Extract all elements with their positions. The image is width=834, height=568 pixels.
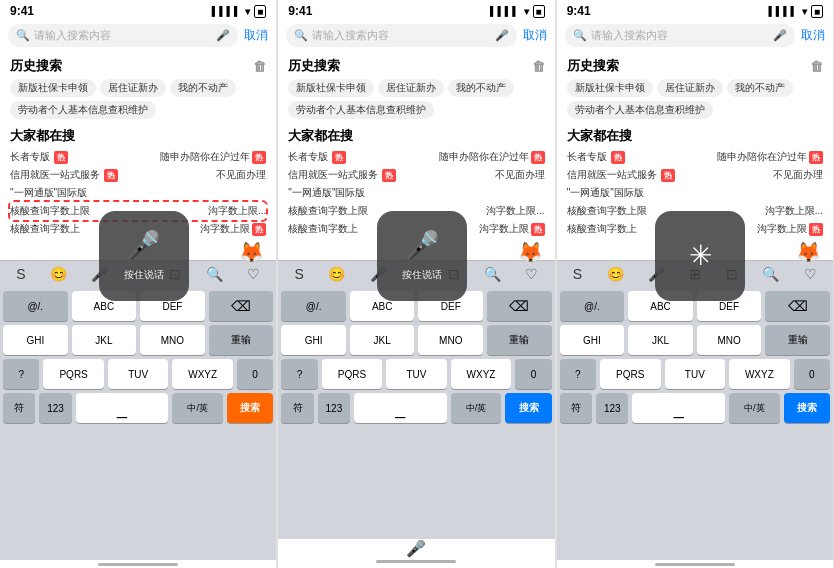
history-tag[interactable]: 居住证新办 — [100, 79, 166, 97]
search-input-wrap[interactable]: 🔍 请输入搜索内容 🎤 — [8, 24, 238, 47]
keyboard: @/. ABC DEF ⌫ GHI JKL MNO 重输 ? PQRS TUV … — [278, 287, 554, 539]
key-reset[interactable]: 重输 — [209, 325, 274, 355]
key-at[interactable]: @/. — [560, 291, 625, 321]
key-pqrs[interactable]: PQRS — [600, 359, 661, 389]
key-wxyz[interactable]: WXYZ — [451, 359, 512, 389]
key-chinese-english[interactable]: 中/英 — [729, 393, 780, 423]
heart-icon[interactable]: ♡ — [804, 266, 817, 282]
key-search[interactable]: 搜索 — [505, 393, 551, 423]
key-backspace[interactable]: ⌫ — [765, 291, 830, 321]
key-question[interactable]: ? — [3, 359, 39, 389]
voice-overlay[interactable]: 🎤 按住说话 — [377, 211, 467, 301]
sogou-icon[interactable]: S — [16, 266, 25, 282]
search-input-wrap[interactable]: 🔍 请输入搜索内容 🎤 — [565, 24, 795, 47]
key-tuv[interactable]: TUV — [108, 359, 169, 389]
key-mno[interactable]: MNO — [140, 325, 205, 355]
key-question[interactable]: ? — [560, 359, 596, 389]
key-row-2: GHI JKL MNO 重输 — [3, 325, 273, 355]
key-fu[interactable]: 符 — [3, 393, 35, 423]
key-123[interactable]: 123 — [596, 393, 628, 423]
emoji-icon[interactable]: 😊 — [328, 266, 345, 282]
history-tag[interactable]: 劳动者个人基本信息查积维护 — [10, 101, 156, 119]
keyboard: @/. ABC DEF ⌫ GHI JKL MNO 重输 ? PQRS TUV … — [557, 287, 833, 560]
search-toolbar-icon[interactable]: 🔍 — [206, 266, 223, 282]
key-zero[interactable]: 0 — [237, 359, 273, 389]
key-chinese-english[interactable]: 中/英 — [451, 393, 502, 423]
trash-icon[interactable]: 🗑 — [810, 59, 823, 74]
key-backspace[interactable]: ⌫ — [209, 291, 274, 321]
emoji-icon[interactable]: 😊 — [607, 266, 624, 282]
popular-item[interactable]: "一网通版"国际版 — [288, 184, 544, 202]
sogou-icon[interactable]: S — [295, 266, 304, 282]
history-tag[interactable]: 居住证新办 — [378, 79, 444, 97]
trash-icon[interactable]: 🗑 — [253, 59, 266, 74]
history-tag[interactable]: 新版社保卡申领 — [10, 79, 96, 97]
key-mno[interactable]: MNO — [418, 325, 483, 355]
key-pqrs[interactable]: PQRS — [43, 359, 104, 389]
popular-item[interactable]: 长者专版热 随申办陪你在沪过年热 — [567, 148, 823, 166]
key-chinese-english[interactable]: 中/英 — [172, 393, 223, 423]
key-jkl[interactable]: JKL — [72, 325, 137, 355]
key-search[interactable]: 搜索 — [784, 393, 830, 423]
popular-item[interactable]: "一网通版"国际版 — [567, 184, 823, 202]
key-at[interactable]: @/. — [3, 291, 68, 321]
mic-icon: 🎤 — [216, 29, 230, 42]
popular-item[interactable]: "一网通版"国际版 — [10, 184, 266, 202]
search-toolbar-icon[interactable]: 🔍 — [484, 266, 501, 282]
sogou-icon[interactable]: S — [573, 266, 582, 282]
key-fu[interactable]: 符 — [281, 393, 313, 423]
key-jkl[interactable]: JKL — [628, 325, 693, 355]
history-tag[interactable]: 我的不动产 — [727, 79, 793, 97]
status-bar: 9:41 ▌▌▌▌ ▾ ■ — [557, 0, 833, 20]
key-mno[interactable]: MNO — [697, 325, 762, 355]
cancel-button[interactable]: 取消 — [801, 27, 825, 44]
key-space[interactable]: _ — [354, 393, 446, 423]
search-icon: 🔍 — [573, 29, 587, 42]
key-ghi[interactable]: GHI — [281, 325, 346, 355]
voice-overlay[interactable]: ✳ — [655, 211, 745, 301]
key-wxyz[interactable]: WXYZ — [729, 359, 790, 389]
key-space[interactable]: _ — [76, 393, 168, 423]
key-wxyz[interactable]: WXYZ — [172, 359, 233, 389]
key-123[interactable]: 123 — [39, 393, 71, 423]
emoji-icon[interactable]: 😊 — [50, 266, 67, 282]
key-question[interactable]: ? — [281, 359, 317, 389]
cancel-button[interactable]: 取消 — [523, 27, 547, 44]
key-pqrs[interactable]: PQRS — [322, 359, 383, 389]
popular-item[interactable]: 长者专版热 随申办陪你在沪过年热 — [10, 148, 266, 166]
key-backspace[interactable]: ⌫ — [487, 291, 552, 321]
key-tuv[interactable]: TUV — [386, 359, 447, 389]
history-tag[interactable]: 我的不动产 — [170, 79, 236, 97]
key-tuv[interactable]: TUV — [665, 359, 726, 389]
search-input-wrap[interactable]: 🔍 请输入搜索内容 🎤 — [286, 24, 516, 47]
key-jkl[interactable]: JKL — [350, 325, 415, 355]
popular-item[interactable]: 信用就医一站式服务热 不见面办理 — [10, 166, 266, 184]
key-ghi[interactable]: GHI — [3, 325, 68, 355]
key-reset[interactable]: 重输 — [765, 325, 830, 355]
history-tag[interactable]: 新版社保卡申领 — [567, 79, 653, 97]
key-space[interactable]: _ — [632, 393, 724, 423]
history-tag[interactable]: 劳动者个人基本信息查积维护 — [567, 101, 713, 119]
key-fu[interactable]: 符 — [560, 393, 592, 423]
history-tag[interactable]: 我的不动产 — [448, 79, 514, 97]
voice-overlay[interactable]: 🎤 按住说话 — [99, 211, 189, 301]
key-reset[interactable]: 重输 — [487, 325, 552, 355]
history-tag[interactable]: 劳动者个人基本信息查积维护 — [288, 101, 434, 119]
popular-item[interactable]: 长者专版热 随申办陪你在沪过年热 — [288, 148, 544, 166]
key-at[interactable]: @/. — [281, 291, 346, 321]
popular-item[interactable]: 信用就医一站式服务热 不见面办理 — [288, 166, 544, 184]
heart-icon[interactable]: ♡ — [525, 266, 538, 282]
key-search[interactable]: 搜索 — [227, 393, 273, 423]
key-zero[interactable]: 0 — [794, 359, 830, 389]
popular-item[interactable]: 信用就医一站式服务热 不见面办理 — [567, 166, 823, 184]
bottom-mic-icon[interactable]: 🎤 — [406, 539, 426, 558]
trash-icon[interactable]: 🗑 — [532, 59, 545, 74]
key-123[interactable]: 123 — [318, 393, 350, 423]
key-ghi[interactable]: GHI — [560, 325, 625, 355]
cancel-button[interactable]: 取消 — [244, 27, 268, 44]
heart-icon[interactable]: ♡ — [247, 266, 260, 282]
history-tag[interactable]: 居住证新办 — [657, 79, 723, 97]
history-tag[interactable]: 新版社保卡申领 — [288, 79, 374, 97]
search-toolbar-icon[interactable]: 🔍 — [762, 266, 779, 282]
key-zero[interactable]: 0 — [515, 359, 551, 389]
